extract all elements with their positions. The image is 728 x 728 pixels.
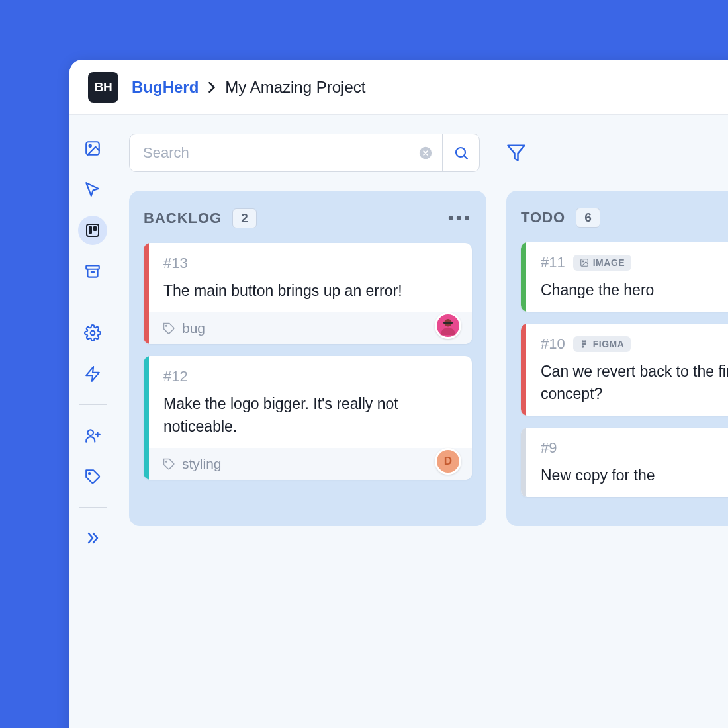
- svg-rect-3: [89, 227, 91, 233]
- card-text: Make the logo bigger. It's really not no…: [163, 393, 457, 437]
- header: BH BugHerd My Amazing Project: [69, 60, 728, 115]
- svg-marker-8: [86, 367, 99, 381]
- card-accent: [521, 324, 526, 416]
- main-content: BACKLOG 2 ••• #13 The main button brings…: [116, 115, 728, 728]
- add-user-icon[interactable]: [78, 421, 107, 450]
- search-box: [129, 134, 480, 172]
- card-id: #9: [541, 439, 557, 457]
- tag-icon[interactable]: [78, 462, 107, 491]
- task-card[interactable]: #11 IMAGE Change the hero: [521, 242, 728, 312]
- image-icon[interactable]: [78, 134, 107, 163]
- search-button[interactable]: [442, 134, 479, 171]
- lightning-icon[interactable]: [78, 359, 107, 388]
- card-footer: bug: [149, 312, 472, 344]
- chevron-right-icon: [208, 82, 216, 93]
- card-tag: bug: [182, 320, 205, 336]
- breadcrumb-brand[interactable]: BugHerd: [132, 78, 199, 97]
- sidebar: [69, 115, 116, 728]
- card-text: The main button brings up an error!: [163, 280, 457, 302]
- svg-rect-4: [94, 227, 96, 230]
- clear-icon[interactable]: [409, 146, 442, 160]
- svg-rect-5: [86, 265, 99, 269]
- card-accent: [144, 356, 149, 480]
- source-badge: FIGMA: [573, 336, 631, 352]
- svg-point-22: [582, 261, 584, 262]
- svg-rect-2: [87, 224, 99, 236]
- board-icon[interactable]: [78, 216, 107, 245]
- sidebar-divider: [79, 404, 107, 405]
- toolbar: [129, 134, 728, 172]
- card-id: #10: [541, 336, 565, 353]
- card-text: Change the hero: [541, 279, 728, 301]
- column-title: TODO: [521, 209, 565, 226]
- column-title: BACKLOG: [144, 210, 222, 227]
- column-menu-icon[interactable]: •••: [448, 208, 472, 228]
- source-badge: IMAGE: [573, 255, 631, 271]
- image-icon: [580, 258, 589, 267]
- card-accent: [521, 428, 526, 497]
- logo-text: BH: [95, 80, 112, 95]
- svg-point-25: [582, 343, 584, 346]
- svg-line-15: [464, 156, 467, 159]
- count-badge: 6: [576, 208, 600, 228]
- svg-point-27: [582, 346, 584, 349]
- tag-icon: [162, 322, 175, 335]
- card-text: New copy for the: [541, 465, 728, 486]
- column-header: BACKLOG 2 •••: [144, 208, 472, 228]
- svg-point-24: [584, 341, 586, 343]
- svg-point-7: [91, 331, 95, 336]
- svg-rect-19: [443, 322, 453, 324]
- sidebar-divider: [79, 302, 107, 302]
- archive-icon[interactable]: [78, 257, 107, 286]
- task-card[interactable]: #12 Make the logo bigger. It's really no…: [144, 356, 472, 480]
- svg-point-12: [89, 473, 90, 474]
- svg-point-9: [87, 430, 93, 435]
- search-input[interactable]: [130, 144, 409, 161]
- app-window: BH BugHerd My Amazing Project: [69, 60, 728, 728]
- filter-icon[interactable]: [506, 143, 526, 163]
- card-id: #13: [163, 255, 188, 272]
- svg-point-17: [165, 326, 167, 327]
- gear-icon[interactable]: [78, 318, 107, 347]
- cursor-icon[interactable]: [78, 175, 107, 204]
- source-label: IMAGE: [593, 257, 625, 268]
- figma-icon: [580, 340, 589, 349]
- card-accent: [144, 243, 149, 344]
- task-card[interactable]: #10 FIGMA Can we revert back to the firs…: [521, 324, 728, 416]
- task-card[interactable]: #13 The main button brings up an error! …: [144, 243, 472, 344]
- card-id: #12: [163, 368, 188, 385]
- source-label: FIGMA: [593, 339, 625, 349]
- svg-marker-16: [508, 146, 525, 161]
- task-card[interactable]: #9 New copy for the: [521, 428, 728, 497]
- column-backlog: BACKLOG 2 ••• #13 The main button brings…: [129, 191, 486, 526]
- avatar[interactable]: [435, 312, 461, 339]
- svg-point-26: [584, 343, 586, 346]
- card-tag: styling: [182, 456, 222, 472]
- card-text: Can we revert back to the first concept?: [541, 361, 728, 405]
- card-id: #11: [541, 254, 565, 271]
- expand-icon[interactable]: [78, 523, 107, 553]
- card-footer: styling D: [149, 448, 472, 480]
- svg-point-23: [582, 341, 584, 343]
- column-todo: TODO 6 #11 IMAGE: [506, 191, 728, 526]
- tag-icon: [162, 457, 175, 471]
- logo[interactable]: BH: [88, 72, 118, 103]
- card-accent: [521, 242, 526, 312]
- count-badge: 2: [232, 208, 257, 228]
- avatar-letter: D: [444, 455, 452, 468]
- breadcrumb-project[interactable]: My Amazing Project: [225, 78, 365, 97]
- avatar[interactable]: D: [435, 448, 461, 475]
- column-header: TODO 6: [521, 208, 728, 228]
- breadcrumb: BugHerd My Amazing Project: [132, 78, 365, 97]
- svg-point-20: [165, 461, 167, 462]
- svg-point-1: [89, 145, 91, 147]
- board-columns: BACKLOG 2 ••• #13 The main button brings…: [129, 191, 728, 526]
- sidebar-divider: [79, 507, 107, 508]
